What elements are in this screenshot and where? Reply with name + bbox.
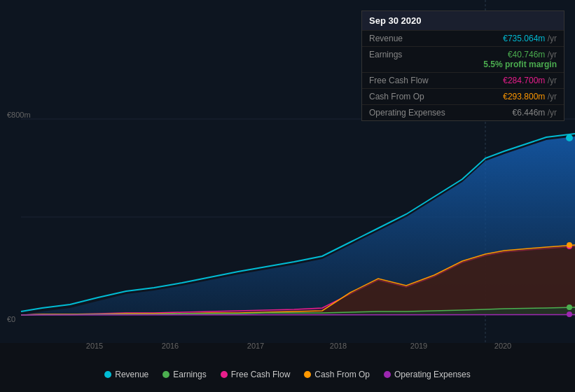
legend-label-earnings: Earnings xyxy=(173,370,206,379)
legend-item-cashop[interactable]: Cash From Op xyxy=(304,370,370,379)
x-label-2015: 2015 xyxy=(86,342,103,350)
svg-point-9 xyxy=(567,312,572,317)
legend-dot-cashop xyxy=(304,371,311,378)
svg-point-8 xyxy=(567,304,572,310)
tooltip-value-revenue: €735.064m /yr xyxy=(503,34,557,43)
tooltip-label-earnings: Earnings xyxy=(369,50,453,59)
tooltip-header: Sep 30 2020 xyxy=(362,11,564,30)
legend-item-revenue[interactable]: Revenue xyxy=(104,370,148,379)
tooltip-label-opex: Operating Expenses xyxy=(369,108,453,118)
legend-dot-opex xyxy=(384,371,391,378)
x-label-2016: 2016 xyxy=(162,342,179,350)
x-label-2019: 2019 xyxy=(410,342,427,350)
legend-item-fcf[interactable]: Free Cash Flow xyxy=(221,370,291,379)
tooltip-row-cashop: Cash From Op €293.800m /yr xyxy=(362,88,564,104)
legend-dot-revenue xyxy=(104,371,111,378)
legend-dot-fcf xyxy=(221,371,228,378)
x-label-2020: 2020 xyxy=(494,342,511,350)
legend-label-cashop: Cash From Op xyxy=(314,370,370,379)
svg-point-5 xyxy=(566,134,573,141)
x-label-2017: 2017 xyxy=(247,342,264,350)
legend-item-earnings[interactable]: Earnings xyxy=(162,370,206,379)
tooltip-card: Sep 30 2020 Revenue €735.064m /yr Earnin… xyxy=(361,10,564,121)
legend-item-opex[interactable]: Operating Expenses xyxy=(384,370,471,379)
legend-label-opex: Operating Expenses xyxy=(394,370,471,379)
tooltip-row-opex: Operating Expenses €6.446m /yr xyxy=(362,104,564,120)
legend-dot-earnings xyxy=(162,371,169,378)
tooltip-label-revenue: Revenue xyxy=(369,34,453,43)
x-label-2018: 2018 xyxy=(330,342,347,350)
legend-label-fcf: Free Cash Flow xyxy=(231,370,291,379)
tooltip-value-earnings: €40.746m /yr 5.5% profit margin xyxy=(483,50,557,69)
tooltip-value-opex: €6.446m /yr xyxy=(513,108,557,118)
y-axis-label-800: €800m xyxy=(7,111,31,119)
svg-point-7 xyxy=(567,242,572,248)
tooltip-row-fcf: Free Cash Flow €284.700m /yr xyxy=(362,72,564,88)
tooltip-value-fcf: €284.700m /yr xyxy=(503,76,557,85)
legend-label-revenue: Revenue xyxy=(115,370,148,379)
chart-container: €800m €0 2015 2016 2017 2018 2019 2020 S… xyxy=(0,0,575,392)
tooltip-row-earnings: Earnings €40.746m /yr 5.5% profit margin xyxy=(362,46,564,72)
tooltip-label-cashop: Cash From Op xyxy=(369,92,453,102)
tooltip-row-revenue: Revenue €735.064m /yr xyxy=(362,30,564,46)
profit-margin: 5.5% profit margin xyxy=(483,59,557,69)
tooltip-label-fcf: Free Cash Flow xyxy=(369,76,453,85)
chart-legend: Revenue Earnings Free Cash Flow Cash Fro… xyxy=(0,364,575,385)
y-axis-label-0: €0 xyxy=(7,315,15,323)
tooltip-value-cashop: €293.800m /yr xyxy=(503,92,557,102)
